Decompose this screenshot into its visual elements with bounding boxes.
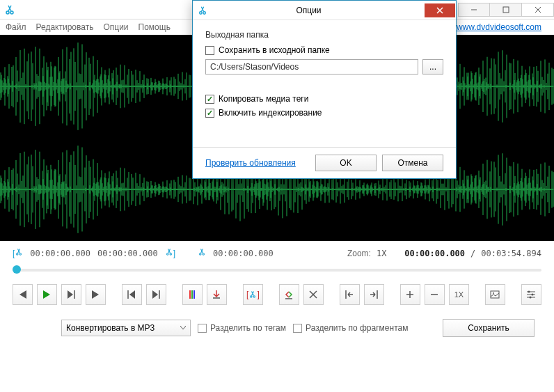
enable-indexing-checkbox[interactable] [205,109,214,118]
zoom-label: Zoom: [347,249,371,258]
options-dialog: Опции Выходная папка Сохранить в исходно… [192,0,457,179]
format-combo-label: Конвертировать в MP3 [66,323,155,333]
menu-options[interactable]: Опции [103,22,128,32]
svg-point-10 [170,253,171,254]
format-combo[interactable]: Конвертировать в MP3 [61,320,191,336]
dialog-titlebar: Опции [193,1,456,20]
save-button[interactable]: Сохранить [443,319,535,337]
output-path-input[interactable] [205,59,418,75]
copy-media-tags-checkbox[interactable] [205,95,214,104]
go-end-button[interactable] [364,284,384,305]
browse-button[interactable]: ... [422,59,443,75]
skip-prev-button[interactable] [13,284,33,305]
cursor-time: 00:00:00.000 [213,249,274,258]
svg-point-20 [251,296,252,297]
svg-point-34 [200,11,203,14]
svg-rect-3 [503,7,509,13]
svg-point-0 [6,11,9,14]
split-by-fragments-checkbox[interactable]: Разделить по фрагментам [293,323,408,333]
svg-point-31 [528,291,530,293]
zoom-value: 1X [377,249,386,258]
svg-point-8 [19,253,21,254]
play-button[interactable] [37,284,57,305]
app-scissors-icon [0,4,19,15]
svg-point-35 [203,11,206,14]
play-selection-button[interactable] [61,284,81,305]
svg-point-7 [17,253,18,254]
selection-start-time: 00:00:00.000 [30,249,90,258]
ok-button[interactable]: OK [315,155,377,171]
playback-toolbar: [] 1X [0,279,554,312]
svg-point-11 [200,253,201,254]
cover-art-button[interactable] [485,284,505,305]
dialog-scissors-icon [193,6,212,15]
maximize-button[interactable] [490,3,522,17]
split-by-tags-label: Разделить по тегам [210,323,286,333]
menu-file[interactable]: Файл [6,22,26,32]
svg-point-32 [532,294,534,296]
bottom-bar: Конвертировать в MP3 Разделить по тегам … [0,312,554,345]
split-by-tags-checkbox[interactable]: Разделить по тегам [198,323,286,333]
save-in-source-label: Сохранить в исходной папке [219,45,330,55]
current-position: 00:00:00.000 [404,249,465,258]
delete-button[interactable] [303,284,324,305]
download-marker-button[interactable] [207,284,227,305]
chevron-down-icon [180,326,186,330]
selection-end-time: 00:00:00.000 [97,249,158,258]
copy-media-tags-label: Копировать медиа теги [219,94,308,104]
set-marker-button[interactable] [182,284,203,305]
enable-indexing-label: Включить индексирование [219,108,322,118]
go-start-button[interactable] [340,284,360,305]
cursor-icon [198,248,206,258]
selection-end-icon: ] [165,248,175,258]
prev-marker-button[interactable] [122,284,142,305]
next-marker-button[interactable] [146,284,166,305]
zoom-in-button[interactable] [400,284,420,305]
svg-point-33 [530,297,532,299]
zoom-reset-button[interactable]: 1X [449,284,469,305]
position-slider[interactable] [13,265,541,274]
check-updates-link[interactable]: Проверить обновления [205,158,296,168]
svg-point-9 [166,253,168,254]
selection-start-icon: [ [13,248,23,258]
close-button[interactable] [522,3,554,17]
zoom-out-button[interactable] [425,284,445,305]
dialog-title: Опции [212,6,425,15]
svg-point-27 [493,292,494,294]
svg-point-21 [253,296,255,297]
svg-point-12 [203,253,204,254]
save-in-source-checkbox[interactable] [205,46,214,55]
website-link[interactable]: www.dvdvideosoft.com [457,22,541,32]
position-slider-thumb[interactable] [13,265,21,274]
dialog-close-button[interactable] [425,3,455,17]
cut-selection-button[interactable]: [] [243,284,263,305]
output-folder-label: Выходная папка [205,30,443,40]
cancel-button[interactable]: Отмена [382,155,443,171]
time-bar: [ 00:00:00.000 00:00:00.000 ] 00:00:00.0… [0,241,554,262]
split-by-fragments-label: Разделить по фрагментам [306,323,408,333]
minimize-button[interactable] [458,3,490,17]
menu-help[interactable]: Помощь [138,22,171,32]
position-slider-row [0,262,554,279]
time-separator: / [470,249,475,258]
svg-point-1 [10,11,13,14]
total-duration: 00:03:54.894 [481,249,541,258]
trim-left-button[interactable] [279,284,299,305]
settings-sliders-button[interactable] [521,284,541,305]
menu-edit[interactable]: Редактировать [36,22,94,32]
skip-next-button[interactable] [86,284,106,305]
